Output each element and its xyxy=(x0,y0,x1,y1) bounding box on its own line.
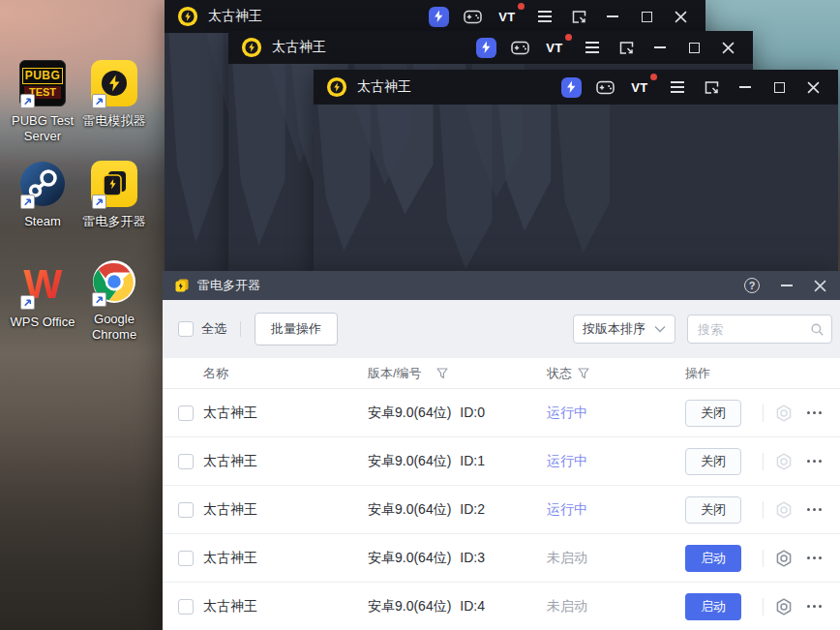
row-checkbox[interactable] xyxy=(178,405,194,421)
switch-window-icon[interactable] xyxy=(569,6,588,27)
desktop-icon-multi-instance[interactable]: 雷电多开器 xyxy=(75,161,154,229)
desktop-icon-label: 雷电多开器 xyxy=(75,214,154,229)
search-input[interactable] xyxy=(698,322,804,337)
help-icon[interactable]: ? xyxy=(744,278,760,293)
select-all-label: 全选 xyxy=(201,320,226,338)
shortcut-arrow-icon xyxy=(20,295,35,310)
settings-gear-icon[interactable] xyxy=(775,550,793,567)
notification-dot xyxy=(518,3,525,10)
status-badge: 运行中 xyxy=(547,501,685,519)
boost-icon[interactable] xyxy=(561,77,582,98)
row-divider xyxy=(763,501,764,519)
manager-toolbar: 全选 批量操作 按版本排序 xyxy=(163,300,840,358)
row-divider xyxy=(763,405,764,422)
header-version[interactable]: 版本/编号 xyxy=(368,365,547,382)
menu-icon[interactable] xyxy=(535,6,555,27)
instance-row: 太古神王 安卓9.0(64位)ID:2 运行中 关闭 xyxy=(163,486,840,534)
more-options-icon[interactable] xyxy=(807,601,822,612)
minimize-icon[interactable] xyxy=(650,37,670,58)
instance-row: 太古神王 安卓9.0(64位)ID:4 未启动 启动 xyxy=(163,583,840,630)
close-icon[interactable] xyxy=(803,76,823,98)
gamepad-icon[interactable] xyxy=(464,6,483,27)
desktop-icon-label: Steam xyxy=(3,214,82,229)
stop-instance-button[interactable]: 关闭 xyxy=(685,448,741,475)
boost-icon[interactable] xyxy=(476,38,496,58)
stop-instance-button[interactable]: 关闭 xyxy=(685,400,741,427)
switch-window-icon[interactable] xyxy=(616,37,636,58)
instance-row: 太古神王 安卓9.0(64位)ID:0 运行中 关闭 xyxy=(163,389,840,437)
desktop-icon-ldplayer[interactable]: 雷电模拟器 xyxy=(75,60,154,129)
ldplayer-logo-icon xyxy=(241,37,262,58)
more-options-icon[interactable] xyxy=(807,553,822,563)
vt-badge[interactable]: VT xyxy=(545,37,564,58)
instance-version: 安卓9.0(64位) xyxy=(368,405,451,422)
instance-name: 太古神王 xyxy=(203,598,368,615)
close-icon[interactable] xyxy=(718,37,737,58)
row-checkbox[interactable] xyxy=(178,551,194,566)
row-checkbox[interactable] xyxy=(178,599,194,615)
emulator-window-3: 太古神王 VT xyxy=(314,70,838,271)
batch-operation-button[interactable]: 批量操作 xyxy=(255,313,338,345)
more-options-icon[interactable] xyxy=(807,456,822,466)
select-all-checkbox[interactable] xyxy=(178,321,194,337)
desktop-icon-label: Google Chrome xyxy=(75,312,154,342)
instance-version: 安卓9.0(64位) xyxy=(368,453,451,470)
instance-version: 安卓9.0(64位) xyxy=(368,501,451,519)
sort-dropdown[interactable]: 按版本排序 xyxy=(573,315,675,344)
menu-icon[interactable] xyxy=(668,76,687,98)
header-name: 名称 xyxy=(203,365,368,382)
maximize-icon[interactable] xyxy=(637,6,656,27)
search-box[interactable] xyxy=(687,315,832,344)
search-icon xyxy=(811,323,824,336)
minimize-icon[interactable] xyxy=(735,76,755,98)
settings-gear-icon[interactable] xyxy=(775,598,793,615)
shortcut-arrow-icon xyxy=(20,94,35,108)
vt-badge[interactable]: VT xyxy=(497,6,517,27)
row-checkbox[interactable] xyxy=(178,454,194,469)
minimize-icon[interactable] xyxy=(603,6,622,27)
close-icon[interactable] xyxy=(671,6,690,27)
status-badge: 运行中 xyxy=(547,453,685,470)
ldplayer-logo-icon xyxy=(326,76,347,98)
gamepad-icon[interactable] xyxy=(596,76,615,98)
notification-dot xyxy=(565,34,572,41)
header-status[interactable]: 状态 xyxy=(547,365,685,382)
desktop-icon-google-chrome[interactable]: Google Chrome xyxy=(75,258,154,342)
status-badge: 未启动 xyxy=(547,550,685,567)
settings-gear-icon[interactable] xyxy=(775,453,793,470)
header-action: 操作 xyxy=(685,365,710,382)
filter-icon[interactable] xyxy=(436,368,448,379)
gamepad-icon[interactable] xyxy=(511,37,530,58)
boost-icon[interactable] xyxy=(429,7,449,27)
desktop-icon-wps-office[interactable]: W WPS Office xyxy=(3,261,82,330)
maximize-icon[interactable] xyxy=(769,76,789,98)
desktop: PUBGTEST PUBG Test Server 雷电模拟器 Steam xyxy=(0,0,840,630)
wps-icon: W xyxy=(19,261,66,308)
switch-window-icon[interactable] xyxy=(702,76,721,98)
minimize-icon[interactable] xyxy=(780,285,794,286)
desktop-icon-steam[interactable]: Steam xyxy=(3,161,82,229)
desktop-icon-pubg-test-server[interactable]: PUBGTEST PUBG Test Server xyxy=(3,60,82,143)
vt-badge[interactable]: VT xyxy=(630,76,649,98)
instance-row: 太古神王 安卓9.0(64位)ID:3 未启动 启动 xyxy=(163,534,840,583)
settings-gear-icon[interactable] xyxy=(775,501,793,519)
menu-icon[interactable] xyxy=(583,37,602,58)
close-icon[interactable] xyxy=(814,280,826,292)
maximize-icon[interactable] xyxy=(684,37,704,58)
ldplayer-icon xyxy=(91,60,137,106)
filter-icon[interactable] xyxy=(578,368,589,379)
stop-instance-button[interactable]: 关闭 xyxy=(685,496,741,524)
row-checkbox[interactable] xyxy=(178,502,194,518)
settings-gear-icon[interactable] xyxy=(775,405,793,422)
manager-title: 雷电多开器 xyxy=(197,277,260,294)
shortcut-arrow-icon xyxy=(20,195,35,209)
start-instance-button[interactable]: 启动 xyxy=(685,593,741,620)
more-options-icon[interactable] xyxy=(807,504,822,515)
start-instance-button[interactable]: 启动 xyxy=(685,545,741,572)
more-options-icon[interactable] xyxy=(807,407,822,418)
instance-id: ID:0 xyxy=(460,405,485,422)
window-titlebar: 太古神王 VT xyxy=(165,0,705,33)
chevron-down-icon xyxy=(654,325,666,333)
notification-dot xyxy=(650,74,657,80)
sort-dropdown-value: 按版本排序 xyxy=(583,320,645,338)
